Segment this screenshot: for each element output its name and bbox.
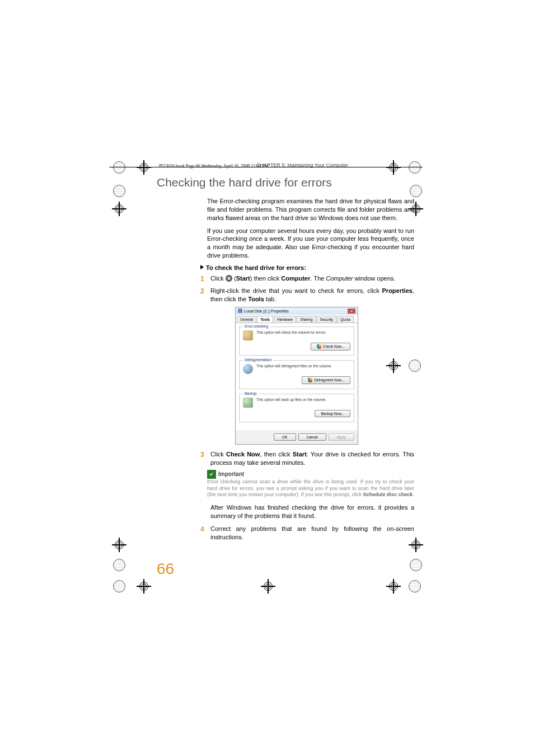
intro-paragraph-2: If you use your computer several hours e… bbox=[207, 227, 414, 260]
step-text: Click Check Now, then click Start. Your … bbox=[210, 450, 414, 467]
important-callout: ✔ Important Error checking cannot scan a… bbox=[207, 470, 414, 498]
group-text: This option will defragment files on the… bbox=[256, 364, 350, 368]
step-text: Click (Start) then click Computer. The C… bbox=[210, 274, 414, 283]
tab-hardware[interactable]: Hardware bbox=[274, 316, 296, 323]
registration-mark bbox=[261, 579, 275, 594]
step-number: 4 bbox=[200, 525, 210, 542]
tab-general[interactable]: General bbox=[237, 316, 256, 323]
dialog-tabs: General Tools Hardware Sharing Security … bbox=[236, 315, 358, 323]
step-text: Right-click the drive that you want to c… bbox=[210, 287, 414, 304]
error-checking-group: Error-checking This option will check th… bbox=[239, 326, 354, 356]
crop-globe bbox=[113, 559, 125, 571]
triangle-bullet-icon bbox=[200, 265, 204, 269]
page-content: CHAPTER 5: Maintaining Your Computer Che… bbox=[157, 162, 414, 545]
crop-globe bbox=[410, 559, 422, 571]
registration-mark bbox=[112, 202, 127, 216]
tab-security[interactable]: Security bbox=[317, 316, 336, 323]
apply-button[interactable]: Apply bbox=[329, 433, 354, 441]
group-text: This option will check the volume for er… bbox=[256, 330, 350, 334]
shield-icon bbox=[317, 344, 321, 349]
step-4: 4 Correct any problems that are found by… bbox=[200, 525, 414, 542]
error-check-icon bbox=[243, 330, 253, 340]
procedure-heading-text: To check the hard drive for errors: bbox=[206, 264, 306, 271]
intro-paragraph-1: The Error-checking program examines the … bbox=[207, 197, 414, 222]
registration-mark bbox=[137, 579, 151, 594]
defragment-now-button[interactable]: Defragment Now... bbox=[302, 376, 350, 384]
step-text: Correct any problems that are found by f… bbox=[210, 525, 414, 542]
group-label: Backup bbox=[243, 391, 259, 395]
registration-mark bbox=[137, 160, 151, 175]
crop-globe bbox=[409, 580, 421, 592]
checkmark-icon: ✔ bbox=[207, 470, 216, 479]
crop-globe bbox=[113, 185, 125, 197]
callout-title: Important bbox=[218, 471, 244, 478]
step-number: 2 bbox=[200, 287, 210, 304]
drive-icon bbox=[238, 309, 242, 313]
group-label: Error-checking bbox=[243, 324, 270, 328]
crop-globe bbox=[113, 580, 125, 592]
step-number: 3 bbox=[200, 450, 210, 467]
cancel-button[interactable]: Cancel bbox=[298, 433, 326, 441]
tab-quota[interactable]: Quota bbox=[337, 316, 354, 323]
step-number: 1 bbox=[200, 274, 210, 283]
group-text: This option will back up files on the vo… bbox=[256, 398, 350, 402]
ok-button[interactable]: OK bbox=[274, 433, 296, 441]
backup-group: Backup This option will back up files on… bbox=[239, 394, 354, 422]
shield-icon bbox=[308, 378, 312, 382]
backup-now-button[interactable]: Backup Now... bbox=[315, 410, 350, 417]
step-2: 2 Right-click the drive that you want to… bbox=[200, 287, 414, 304]
defrag-icon bbox=[243, 364, 253, 374]
registration-mark bbox=[386, 579, 401, 594]
defragmentation-group: Defragmentation This option will defragm… bbox=[239, 360, 354, 389]
section-title: Checking the hard drive for errors bbox=[157, 176, 414, 189]
procedure-heading: To check the hard drive for errors: bbox=[200, 264, 414, 271]
backup-icon bbox=[243, 398, 253, 408]
windows-start-icon bbox=[226, 275, 232, 282]
properties-dialog: Local Disk (C:) Properties × General Too… bbox=[235, 307, 358, 445]
dialog-title-text: Local Disk (C:) Properties bbox=[244, 309, 289, 313]
crop-globe bbox=[113, 161, 125, 174]
group-label: Defragmentation bbox=[243, 358, 273, 362]
check-now-button[interactable]: Check Now... bbox=[311, 343, 350, 351]
tab-tools[interactable]: Tools bbox=[257, 316, 273, 323]
step-3: 3 Click Check Now, then click Start. You… bbox=[200, 450, 414, 467]
registration-mark bbox=[112, 538, 127, 552]
step-1: 1 Click (Start) then click Computer. The… bbox=[200, 274, 414, 283]
callout-bold: Schedule disc check bbox=[363, 492, 413, 497]
page-number: 66 bbox=[157, 560, 174, 578]
step-3-after: After Windows has finished checking the … bbox=[210, 503, 414, 520]
dialog-titlebar: Local Disk (C:) Properties × bbox=[236, 307, 358, 315]
chapter-header: CHAPTER 5: Maintaining Your Computer bbox=[190, 162, 414, 168]
tab-sharing[interactable]: Sharing bbox=[297, 316, 316, 323]
dialog-footer: OK Cancel Apply bbox=[236, 430, 358, 444]
dialog-body: Error-checking This option will check th… bbox=[236, 323, 358, 430]
close-icon[interactable]: × bbox=[348, 309, 355, 314]
